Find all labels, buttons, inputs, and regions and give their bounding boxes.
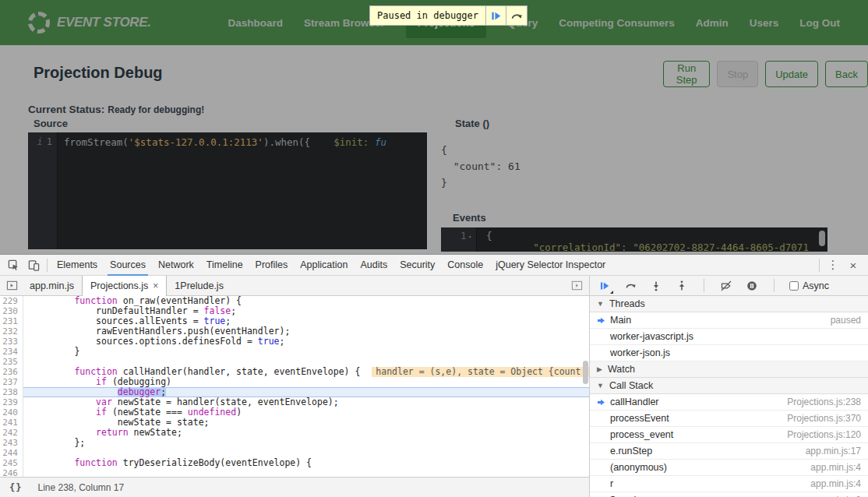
line-number[interactable]: 236 xyxy=(0,367,23,377)
pause-on-exceptions-button[interactable] xyxy=(745,276,759,295)
line-number[interactable]: 241 xyxy=(0,418,23,428)
file-tab-projections-js[interactable]: Projections.js× xyxy=(82,276,167,297)
file-tab-1prelude-js[interactable]: 1Prelude.js xyxy=(167,276,231,296)
nav-item-log-out[interactable]: Log Out xyxy=(799,17,840,29)
line-column-indicator: Line 238, Column 17 xyxy=(37,482,124,493)
events-scrollbar-thumb[interactable] xyxy=(819,231,825,246)
devtools-menu-icon[interactable]: ⋮ xyxy=(823,255,843,275)
line-number[interactable]: 242 xyxy=(0,428,23,438)
code-line-text[interactable]: function tryDeserializeBody(eventEnvelop… xyxy=(23,458,589,468)
devtools-close-icon[interactable]: × xyxy=(843,255,863,275)
device-toolbar-icon[interactable] xyxy=(23,255,44,275)
banner-resume-button[interactable] xyxy=(485,5,506,26)
code-line-text[interactable] xyxy=(23,468,589,477)
code-line-text[interactable]: debugger; xyxy=(23,387,589,397)
tab-console[interactable]: Console xyxy=(441,255,489,275)
line-number[interactable]: 233 xyxy=(0,337,23,347)
file-tab-app-min-js[interactable]: app.min.js xyxy=(22,276,82,296)
banner-step-over-button[interactable] xyxy=(506,5,528,26)
thread-worker-json-js[interactable]: worker-json.js xyxy=(590,345,868,361)
run-step-button[interactable]: Run Step xyxy=(663,61,710,87)
code-line-text[interactable] xyxy=(23,448,589,458)
code-line-text[interactable]: var newState = handler(state, eventEnvel… xyxy=(23,397,589,407)
code-line-text[interactable]: function on_raw(eventHandler) { xyxy=(23,296,589,306)
tab-timeline[interactable]: Timeline xyxy=(200,255,249,275)
stack-frame-e-runstep[interactable]: e.runStepapp.min.js:17 xyxy=(590,443,868,460)
code-line-text[interactable]: }; xyxy=(23,438,589,448)
line-number[interactable]: 234 xyxy=(0,347,23,357)
line-number[interactable]: 246 xyxy=(0,468,23,477)
code-vertical-scrollbar[interactable] xyxy=(583,361,588,384)
back-button[interactable]: Back xyxy=(825,61,868,87)
nav-item-competing-consumers[interactable]: Competing Consumers xyxy=(559,17,675,29)
line-number[interactable]: 231 xyxy=(0,316,23,326)
stack-frame-processevent[interactable]: processEventProjections.js:370 xyxy=(590,411,868,427)
call-stack-section-header[interactable]: ▼ Call Stack xyxy=(590,378,868,394)
line-number[interactable]: 239 xyxy=(0,397,23,407)
tab-network[interactable]: Network xyxy=(152,255,200,275)
tab-profiles[interactable]: Profiles xyxy=(249,255,295,275)
navigator-toggle-icon[interactable] xyxy=(2,276,22,295)
stack-frame-r[interactable]: rapp.min.js:4 xyxy=(590,476,868,492)
line-number[interactable]: 235 xyxy=(0,357,23,367)
step-over-button[interactable] xyxy=(623,276,637,295)
stack-frame-anonymous[interactable]: (anonymous)app.min.js:4 xyxy=(590,460,868,476)
tab-audits[interactable]: Audits xyxy=(354,255,393,275)
code-line-text[interactable]: runDefaultHandler = false; xyxy=(23,306,589,316)
deactivate-breakpoints-button[interactable] xyxy=(719,276,733,295)
nav-item-admin[interactable]: Admin xyxy=(696,17,729,29)
code-line-text[interactable]: return newState; xyxy=(23,428,589,438)
pretty-print-icon[interactable]: {} xyxy=(9,482,22,493)
file-tab-label: Projections.js xyxy=(90,280,148,291)
code-line-text[interactable]: sources.allEvents = true; xyxy=(23,316,589,326)
thread-worker-javascript-js[interactable]: worker-javascript.js xyxy=(590,329,868,345)
code-editor[interactable]: 229 function on_raw(eventHandler) {230 r… xyxy=(0,296,589,477)
stack-frame-callhandler[interactable]: callHandlerProjections.js:238 xyxy=(590,394,868,411)
stop-button[interactable]: Stop xyxy=(717,61,758,87)
code-line-text[interactable]: } xyxy=(23,347,589,357)
eventstore-logo[interactable]: EVENT STORE. xyxy=(28,12,151,33)
code-line-text[interactable]: sources.options.definesFold = true; xyxy=(23,337,589,347)
line-number[interactable]: 243 xyxy=(0,438,23,448)
thread-main[interactable]: Mainpaused xyxy=(590,312,868,329)
fold-arrow-icon[interactable]: ▾ xyxy=(468,233,472,241)
line-number[interactable]: 240 xyxy=(0,407,23,418)
code-line-text[interactable] xyxy=(23,357,589,367)
line-number[interactable]: 229 xyxy=(0,296,23,306)
code-line-text[interactable]: newState = state; xyxy=(23,418,589,428)
step-into-button[interactable] xyxy=(649,276,663,295)
update-button[interactable]: Update xyxy=(765,61,818,87)
nav-item-dashboard[interactable]: Dashboard xyxy=(228,17,284,29)
tab-elements[interactable]: Elements xyxy=(51,255,104,275)
stack-frame-each[interactable]: $.eachapp.min.js:2 xyxy=(590,492,868,497)
events-editor[interactable]: 1▾ { "correlationId": "06202702-8827-446… xyxy=(441,227,827,252)
resume-button[interactable] xyxy=(598,276,612,295)
close-tab-icon[interactable]: × xyxy=(153,280,158,291)
code-line-231: 231 sources.allEvents = true; xyxy=(0,316,589,326)
tab-jquery-selector-inspector[interactable]: jQuery Selector Inspector xyxy=(489,255,612,275)
code-line-text[interactable]: function callHandler(handler, state, eve… xyxy=(23,367,589,377)
threads-section-header[interactable]: ▼ Threads xyxy=(590,296,868,312)
step-out-button[interactable] xyxy=(675,276,689,295)
async-checkbox[interactable]: Async xyxy=(789,280,829,291)
line-number[interactable]: 232 xyxy=(0,326,23,337)
events-editor-gutter: 1▾ xyxy=(441,227,477,252)
code-line-text[interactable]: if (newState === undefined) xyxy=(23,407,589,418)
line-number[interactable]: 238 xyxy=(0,387,23,397)
nav-item-users[interactable]: Users xyxy=(750,17,779,29)
line-number[interactable]: 244 xyxy=(0,448,23,458)
code-line-text[interactable]: if (debugging) xyxy=(23,377,589,387)
watch-section-header[interactable]: ▶ Watch xyxy=(590,361,868,378)
tab-application[interactable]: Application xyxy=(294,255,354,275)
source-editor[interactable]: i1 fromStream('$stats-127.0.0.1:2113').w… xyxy=(28,132,427,249)
stack-frame-process-event[interactable]: process_eventProjections.js:120 xyxy=(590,427,868,443)
async-checkbox-input[interactable] xyxy=(789,281,799,291)
tab-overflow-icon[interactable] xyxy=(569,276,589,295)
code-line-text[interactable]: rawEventHandlers.push(eventHandler); xyxy=(23,326,589,337)
tab-security[interactable]: Security xyxy=(393,255,441,275)
inspect-element-icon[interactable] xyxy=(3,255,23,275)
line-number[interactable]: 245 xyxy=(0,458,23,468)
tab-sources[interactable]: Sources xyxy=(104,255,152,275)
line-number[interactable]: 237 xyxy=(0,377,23,387)
line-number[interactable]: 230 xyxy=(0,306,23,316)
